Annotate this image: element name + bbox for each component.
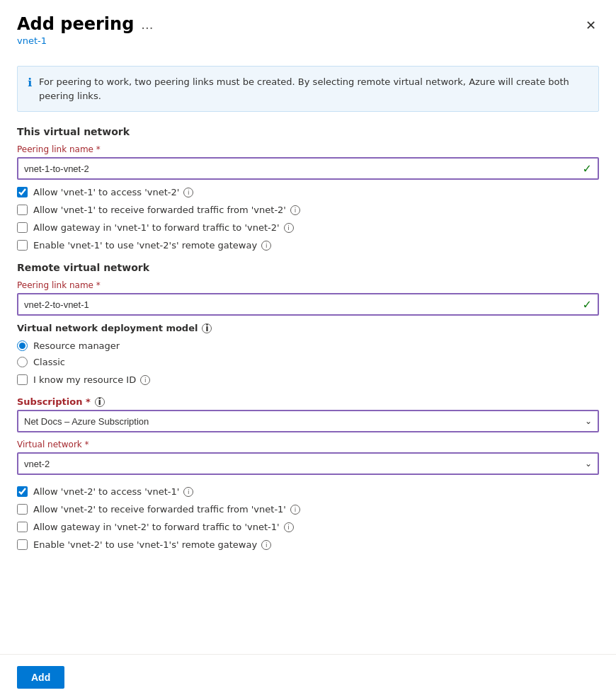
this-vnet-checkbox2-row: Allow 'vnet-1' to receive forwarded traf… xyxy=(17,205,599,215)
deployment-model-label: Virtual network deployment model xyxy=(17,323,198,333)
remote-vnet-checkbox4-info-icon: i xyxy=(261,540,271,550)
remote-virtual-network-section: Remote virtual network Peering link name… xyxy=(17,262,599,550)
resource-id-checkbox-row: I know my resource ID i xyxy=(17,374,599,385)
remote-vnet-checkbox1[interactable] xyxy=(17,486,28,497)
subscription-label: Subscription * xyxy=(17,396,91,407)
subscription-field: Subscription * i Net Docs – Azure Subscr… xyxy=(17,396,599,432)
info-banner: ℹ For peering to work, two peering links… xyxy=(17,66,599,112)
info-banner-text: For peering to work, two peering links m… xyxy=(39,75,588,103)
this-vnet-checkbox1[interactable] xyxy=(17,187,28,197)
close-button[interactable]: ✕ xyxy=(579,14,602,37)
this-vnet-peering-link-check-icon: ✓ xyxy=(583,162,592,176)
deployment-model-info-icon: i xyxy=(202,323,212,333)
resource-id-info-icon: i xyxy=(140,375,150,385)
this-vnet-peering-link-field: Peering link name * ✓ xyxy=(17,144,599,180)
remote-vnet-peering-link-input-wrapper: ✓ xyxy=(17,293,599,316)
this-vnet-section-title: This virtual network xyxy=(17,126,599,137)
remote-vnet-peering-link-label: Peering link name * xyxy=(17,280,599,290)
remote-vnet-checkbox4[interactable] xyxy=(17,539,28,550)
this-vnet-checkbox2[interactable] xyxy=(17,205,28,215)
remote-vnet-checkbox2-label[interactable]: Allow 'vnet-2' to receive forwarded traf… xyxy=(33,504,300,515)
this-vnet-checkbox2-info-icon: i xyxy=(290,205,300,215)
add-peering-panel: Add peering ... vnet-1 ✕ ℹ For peering t… xyxy=(0,0,616,700)
remote-vnet-checkbox3-label[interactable]: Allow gateway in 'vnet-2' to forward tra… xyxy=(33,522,294,532)
remote-vnet-checkbox2[interactable] xyxy=(17,504,28,515)
subscription-dropdown-wrapper: Net Docs – Azure Subscription ⌄ xyxy=(17,410,599,432)
subscription-dropdown[interactable]: Net Docs – Azure Subscription xyxy=(17,410,599,432)
remote-vnet-checkbox1-row: Allow 'vnet-2' to access 'vnet-1' i xyxy=(17,486,599,497)
this-vnet-peering-link-label: Peering link name * xyxy=(17,144,599,154)
remote-vnet-checkbox2-info-icon: i xyxy=(290,505,300,515)
radio-classic-row: Classic xyxy=(17,357,599,367)
panel-title-row: Add peering ... xyxy=(17,14,599,34)
virtual-network-dropdown-wrapper: vnet-2 ⌄ xyxy=(17,452,599,475)
remote-vnet-checkbox1-label[interactable]: Allow 'vnet-2' to access 'vnet-1' i xyxy=(33,486,193,497)
radio-resource-manager-row: Resource manager xyxy=(17,340,599,351)
remote-vnet-checkbox4-row: Enable 'vnet-2' to use 'vnet-1's' remote… xyxy=(17,539,599,550)
resource-id-label[interactable]: I know my resource ID i xyxy=(33,374,150,385)
remote-vnet-peering-link-check-icon: ✓ xyxy=(583,298,592,311)
virtual-network-field: Virtual network * vnet-2 ⌄ xyxy=(17,440,599,475)
this-vnet-checkbox3[interactable] xyxy=(17,222,28,233)
remote-vnet-checkbox3-info-icon: i xyxy=(284,522,294,532)
remote-vnet-checkbox3[interactable] xyxy=(17,522,28,532)
this-vnet-checkbox3-info-icon: i xyxy=(284,223,294,233)
deployment-model-label-row: Virtual network deployment model i xyxy=(17,323,599,333)
close-icon: ✕ xyxy=(586,18,596,33)
panel-footer: Add xyxy=(0,654,616,700)
this-virtual-network-section: This virtual network Peering link name *… xyxy=(17,126,599,251)
this-vnet-checkbox4-info-icon: i xyxy=(261,241,271,251)
remote-vnet-peering-link-field: Peering link name * ✓ xyxy=(17,280,599,316)
this-vnet-checkbox2-label[interactable]: Allow 'vnet-1' to receive forwarded traf… xyxy=(33,205,300,215)
panel-title-text: Add peering xyxy=(17,14,134,34)
remote-vnet-checkbox2-row: Allow 'vnet-2' to receive forwarded traf… xyxy=(17,504,599,515)
subscription-label-row: Subscription * i xyxy=(17,396,599,407)
remote-vnet-section-title: Remote virtual network xyxy=(17,262,599,273)
info-banner-icon: ℹ xyxy=(28,76,32,89)
this-vnet-checkbox1-label[interactable]: Allow 'vnet-1' to access 'vnet-2' i xyxy=(33,187,193,197)
this-vnet-checkbox4-label[interactable]: Enable 'vnet-1' to use 'vnet-2's' remote… xyxy=(33,240,271,251)
remote-vnet-checkbox1-info-icon: i xyxy=(183,487,193,497)
this-vnet-peering-link-input-wrapper: ✓ xyxy=(17,157,599,180)
panel-header: Add peering ... vnet-1 ✕ xyxy=(0,0,616,54)
this-vnet-checkbox4[interactable] xyxy=(17,240,28,251)
remote-vnet-checkbox4-label[interactable]: Enable 'vnet-2' to use 'vnet-1's' remote… xyxy=(33,539,271,550)
panel-content: ℹ For peering to work, two peering links… xyxy=(0,54,616,654)
panel-title-ellipsis[interactable]: ... xyxy=(141,17,153,32)
this-vnet-peering-link-input[interactable] xyxy=(17,157,599,180)
this-vnet-checkbox3-row: Allow gateway in 'vnet-1' to forward tra… xyxy=(17,222,599,233)
remote-vnet-peering-link-input[interactable] xyxy=(17,293,599,316)
resource-id-checkbox[interactable] xyxy=(17,374,28,385)
this-vnet-checkbox1-info-icon: i xyxy=(183,188,193,197)
subscription-info-icon: i xyxy=(95,397,105,407)
radio-classic[interactable] xyxy=(17,357,28,367)
virtual-network-label: Virtual network * xyxy=(17,440,599,449)
this-vnet-checkbox1-row: Allow 'vnet-1' to access 'vnet-2' i xyxy=(17,187,599,197)
panel-subtitle: vnet-1 xyxy=(17,35,599,46)
virtual-network-dropdown[interactable]: vnet-2 xyxy=(17,452,599,475)
this-vnet-checkbox4-row: Enable 'vnet-1' to use 'vnet-2's' remote… xyxy=(17,240,599,251)
this-vnet-checkbox3-label[interactable]: Allow gateway in 'vnet-1' to forward tra… xyxy=(33,222,294,233)
remote-vnet-checkbox3-row: Allow gateway in 'vnet-2' to forward tra… xyxy=(17,522,599,532)
radio-resource-manager-label[interactable]: Resource manager xyxy=(33,340,120,351)
radio-resource-manager[interactable] xyxy=(17,340,28,351)
add-button[interactable]: Add xyxy=(17,666,64,689)
radio-classic-label[interactable]: Classic xyxy=(33,357,65,367)
